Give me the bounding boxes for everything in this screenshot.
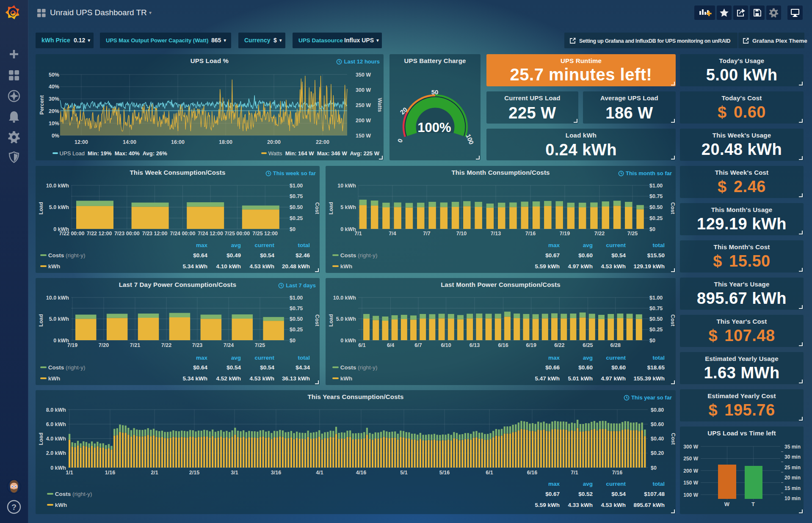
svg-text:$0: $0 — [290, 338, 296, 344]
svg-text:0 kWh: 0 kWh — [53, 338, 69, 344]
svg-text:12:00: 12:00 — [75, 139, 88, 145]
svg-text:Load: Load — [38, 432, 44, 445]
svg-text:30%: 30% — [49, 96, 59, 102]
svg-text:1/16: 1/16 — [105, 470, 115, 476]
svg-text:6/7: 6/7 — [414, 342, 422, 348]
svg-text:6/1: 6/1 — [358, 342, 365, 348]
svg-text:10 kWh: 10 kWh — [337, 183, 356, 189]
svg-text:Cost: Cost — [670, 433, 676, 445]
svg-text:50%: 50% — [49, 72, 59, 78]
svg-text:$0.75: $0.75 — [649, 193, 663, 199]
svg-text:$0.80: $0.80 — [651, 407, 664, 413]
svg-text:0 kWh: 0 kWh — [340, 338, 356, 344]
svg-text:5 kWh: 5 kWh — [340, 204, 356, 210]
svg-text:30 min: 30 min — [784, 454, 801, 460]
svg-text:W: W — [724, 501, 730, 507]
svg-text:20 min: 20 min — [784, 475, 801, 481]
svg-text:5/16: 5/16 — [439, 470, 450, 476]
svg-text:7/20: 7/20 — [99, 342, 109, 348]
svg-text:0%: 0% — [52, 133, 59, 139]
svg-text:16:00: 16:00 — [171, 139, 185, 145]
svg-text:100%: 100% — [417, 120, 451, 135]
svg-text:18:00: 18:00 — [219, 139, 232, 145]
svg-text:7/22: 7/22 — [161, 342, 171, 348]
svg-text:7/22: 7/22 — [594, 231, 605, 237]
svg-text:25 min: 25 min — [784, 465, 801, 471]
svg-text:40%: 40% — [49, 84, 59, 90]
svg-text:300 W: 300 W — [356, 87, 371, 93]
svg-text:200 W: 200 W — [683, 468, 698, 474]
svg-text:15 min: 15 min — [784, 485, 801, 491]
svg-text:6/22: 6/22 — [554, 342, 564, 348]
svg-text:250 W: 250 W — [683, 456, 698, 462]
svg-text:150 W: 150 W — [683, 480, 698, 486]
svg-text:7/25 12:00: 7/25 12:00 — [252, 231, 278, 237]
svg-text:$0.25: $0.25 — [290, 215, 303, 221]
svg-text:Load: Load — [328, 314, 334, 327]
svg-text:10%: 10% — [49, 121, 59, 127]
svg-text:6/1: 6/1 — [486, 470, 493, 476]
svg-text:10.0 kWh: 10.0 kWh — [46, 295, 69, 301]
svg-text:$0.75: $0.75 — [290, 306, 303, 311]
svg-text:6.0 kWh: 6.0 kWh — [46, 421, 66, 427]
svg-text:5.0 kWh: 5.0 kWh — [49, 316, 69, 322]
svg-text:Load: Load — [38, 314, 44, 327]
svg-text:Watts: Watts — [377, 98, 383, 112]
svg-text:2/15: 2/15 — [189, 470, 199, 476]
svg-text:100: 100 — [465, 133, 475, 146]
svg-text:7/23 12:00: 7/23 12:00 — [142, 231, 168, 237]
svg-text:4.0 kWh: 4.0 kWh — [46, 436, 66, 442]
svg-text:0 kWh: 0 kWh — [340, 226, 356, 232]
svg-text:$0.40: $0.40 — [651, 436, 664, 442]
svg-text:2.0 kWh: 2.0 kWh — [46, 450, 66, 456]
svg-text:2/1: 2/1 — [151, 470, 158, 476]
svg-text:20:00: 20:00 — [267, 139, 281, 145]
svg-text:7/22 00:00: 7/22 00:00 — [59, 231, 85, 237]
svg-text:Cost: Cost — [670, 202, 676, 215]
svg-text:10.0 kWh: 10.0 kWh — [46, 183, 69, 189]
svg-text:3/16: 3/16 — [271, 470, 281, 476]
svg-text:14:00: 14:00 — [123, 139, 136, 145]
svg-text:7/24: 7/24 — [224, 342, 234, 348]
svg-text:6/10: 6/10 — [441, 342, 451, 348]
svg-text:5.0 kWh: 5.0 kWh — [336, 316, 356, 322]
svg-text:22:00: 22:00 — [316, 139, 329, 145]
svg-text:6/13: 6/13 — [470, 342, 480, 348]
svg-text:1/1: 1/1 — [66, 470, 73, 476]
svg-text:7/13: 7/13 — [491, 231, 501, 237]
svg-text:6/4: 6/4 — [387, 342, 394, 348]
svg-text:6/16: 6/16 — [498, 342, 508, 348]
svg-text:$0.50: $0.50 — [290, 204, 303, 210]
svg-text:$0.50: $0.50 — [290, 316, 303, 322]
svg-text:3/1: 3/1 — [231, 470, 238, 476]
svg-text:$0.75: $0.75 — [649, 306, 663, 311]
svg-text:Cost: Cost — [670, 314, 676, 327]
svg-text:$1.00: $1.00 — [649, 295, 663, 301]
svg-text:7/16: 7/16 — [612, 470, 622, 476]
svg-text:300 W: 300 W — [683, 444, 698, 450]
svg-text:7/7: 7/7 — [423, 231, 430, 237]
svg-text:7/1: 7/1 — [571, 470, 578, 476]
svg-text:$1.00: $1.00 — [649, 183, 663, 189]
svg-text:7/24 12:00: 7/24 12:00 — [198, 231, 223, 237]
svg-text:Load: Load — [38, 202, 44, 215]
svg-text:200 W: 200 W — [356, 118, 371, 124]
svg-text:6/16: 6/16 — [527, 470, 537, 476]
svg-text:4/16: 4/16 — [356, 470, 366, 476]
svg-text:Percent: Percent — [39, 95, 45, 115]
svg-text:$0.25: $0.25 — [290, 327, 303, 333]
svg-text:150 W: 150 W — [356, 133, 371, 139]
svg-text:0 kWh: 0 kWh — [50, 465, 66, 471]
svg-text:6/28: 6/28 — [610, 342, 621, 348]
svg-text:0: 0 — [396, 138, 404, 143]
svg-text:7/23 00:00: 7/23 00:00 — [114, 231, 140, 237]
svg-text:7/23: 7/23 — [192, 342, 202, 348]
svg-text:7/25 00:00: 7/25 00:00 — [225, 231, 250, 237]
svg-text:$0.75: $0.75 — [290, 193, 303, 199]
svg-text:7/21: 7/21 — [130, 342, 140, 348]
svg-text:7/4: 7/4 — [389, 231, 396, 237]
svg-text:$0.25: $0.25 — [649, 215, 663, 221]
svg-text:7/22 12:00: 7/22 12:00 — [87, 231, 112, 237]
svg-text:7/25: 7/25 — [255, 342, 265, 348]
svg-text:T: T — [751, 501, 755, 507]
